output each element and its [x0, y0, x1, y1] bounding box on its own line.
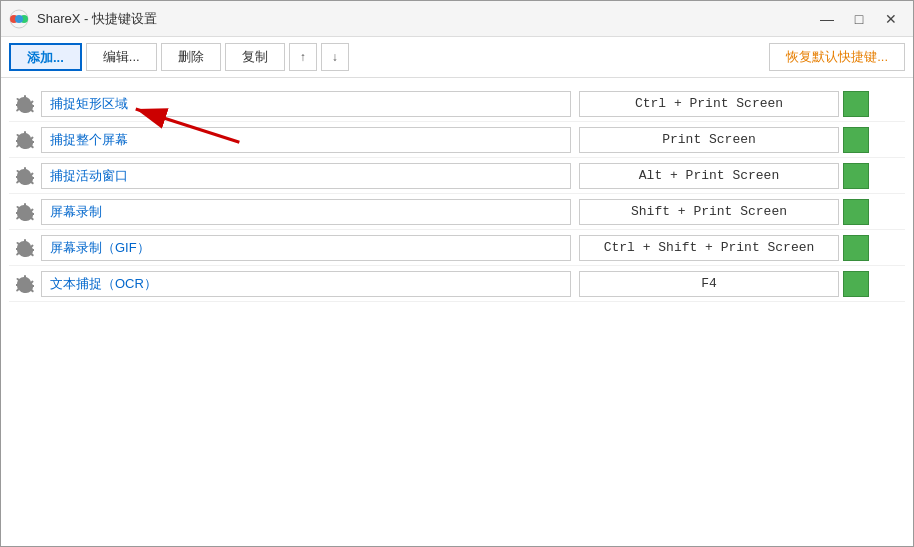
title-bar-controls: — □ ✕: [813, 8, 905, 30]
copy-button[interactable]: 复制: [225, 43, 285, 71]
hotkey-color-indicator-5[interactable]: [843, 235, 869, 261]
hotkey-label-2: 捕捉整个屏幕: [41, 127, 571, 153]
hotkey-label-text-5: 屏幕录制（GIF）: [50, 239, 150, 257]
move-up-button[interactable]: ↑: [289, 43, 317, 71]
hotkey-label-6: 文本捕捉（OCR）: [41, 271, 571, 297]
edit-button[interactable]: 编辑...: [86, 43, 157, 71]
hotkey-label-4: 屏幕录制: [41, 199, 571, 225]
hotkey-label-text-4: 屏幕录制: [50, 203, 102, 221]
app-icon: [9, 9, 29, 29]
row-gear-icon-6[interactable]: [9, 275, 41, 293]
hotkey-label-text-2: 捕捉整个屏幕: [50, 131, 128, 149]
hotkey-color-indicator-1[interactable]: [843, 91, 869, 117]
title-bar: ShareX - 快捷键设置 — □ ✕: [1, 1, 913, 37]
hotkey-row: 文本捕捉（OCR） F4: [9, 266, 905, 302]
delete-button[interactable]: 删除: [161, 43, 221, 71]
hotkey-row: 屏幕录制（GIF） Ctrl + Shift + Print Screen: [9, 230, 905, 266]
hotkey-label-5: 屏幕录制（GIF）: [41, 235, 571, 261]
window-title: ShareX - 快捷键设置: [37, 10, 157, 28]
row-gear-icon-1[interactable]: [9, 95, 41, 113]
hotkey-color-indicator-2[interactable]: [843, 127, 869, 153]
hotkey-row: 捕捉整个屏幕 Print Screen: [9, 122, 905, 158]
close-button[interactable]: ✕: [877, 8, 905, 30]
main-window: ShareX - 快捷键设置 — □ ✕ 添加... 编辑... 删除 复制 ↑…: [0, 0, 914, 547]
toolbar: 添加... 编辑... 删除 复制 ↑ ↓ 恢复默认快捷键...: [1, 37, 913, 78]
hotkey-shortcut-5: Ctrl + Shift + Print Screen: [579, 235, 839, 261]
main-content: 捕捉矩形区域 Ctrl + Print Screen 捕捉整个屏幕 Print …: [1, 78, 913, 546]
hotkey-shortcut-4: Shift + Print Screen: [579, 199, 839, 225]
minimize-button[interactable]: —: [813, 8, 841, 30]
hotkey-color-indicator-6[interactable]: [843, 271, 869, 297]
hotkey-table-container: 捕捉矩形区域 Ctrl + Print Screen 捕捉整个屏幕 Print …: [1, 78, 913, 310]
hotkey-shortcut-3: Alt + Print Screen: [579, 163, 839, 189]
restore-defaults-button[interactable]: 恢复默认快捷键...: [769, 43, 905, 71]
hotkey-label-3: 捕捉活动窗口: [41, 163, 571, 189]
svg-point-3: [15, 15, 23, 23]
move-down-button[interactable]: ↓: [321, 43, 349, 71]
row-gear-icon-3[interactable]: [9, 167, 41, 185]
hotkey-label-text-3: 捕捉活动窗口: [50, 167, 128, 185]
hotkey-label-1: 捕捉矩形区域: [41, 91, 571, 117]
hotkey-label-text-6: 文本捕捉（OCR）: [50, 275, 157, 293]
row-gear-icon-5[interactable]: [9, 239, 41, 257]
maximize-button[interactable]: □: [845, 8, 873, 30]
hotkey-color-indicator-4[interactable]: [843, 199, 869, 225]
hotkey-shortcut-6: F4: [579, 271, 839, 297]
add-button[interactable]: 添加...: [9, 43, 82, 71]
row-gear-icon-4[interactable]: [9, 203, 41, 221]
hotkey-shortcut-2: Print Screen: [579, 127, 839, 153]
hotkey-row: 捕捉活动窗口 Alt + Print Screen: [9, 158, 905, 194]
hotkey-shortcut-1: Ctrl + Print Screen: [579, 91, 839, 117]
hotkey-row: 屏幕录制 Shift + Print Screen: [9, 194, 905, 230]
row-gear-icon-2[interactable]: [9, 131, 41, 149]
hotkey-color-indicator-3[interactable]: [843, 163, 869, 189]
hotkey-label-text-1: 捕捉矩形区域: [50, 95, 128, 113]
title-bar-left: ShareX - 快捷键设置: [9, 9, 157, 29]
hotkey-row: 捕捉矩形区域 Ctrl + Print Screen: [9, 86, 905, 122]
